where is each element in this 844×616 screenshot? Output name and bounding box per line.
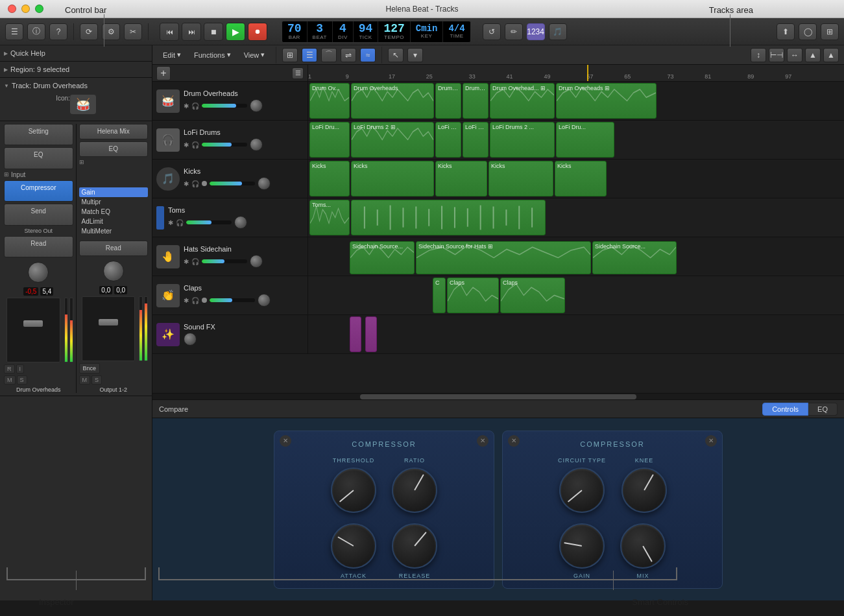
loops-button[interactable]: ⊞: [821, 23, 839, 40]
track-volume-hats[interactable]: [202, 259, 247, 263]
ratio-knob[interactable]: [392, 468, 437, 513]
play-button[interactable]: ▶: [226, 23, 245, 41]
release-knob[interactable]: [392, 523, 437, 569]
list-item[interactable]: Sidechain Source...: [592, 241, 677, 274]
list-item[interactable]: Kicks: [309, 161, 350, 196]
list-item[interactable]: Kicks: [488, 161, 553, 196]
pan-knob-left[interactable]: [28, 262, 49, 283]
mix-knob[interactable]: [620, 523, 666, 569]
help-button[interactable]: ?: [49, 23, 67, 40]
track-mute-lofi[interactable]: ✱: [184, 141, 189, 148]
zoom-waveform[interactable]: ▲: [805, 48, 821, 62]
list-item[interactable]: Sidechain Source...: [350, 241, 415, 274]
share-button[interactable]: ⬆: [777, 23, 795, 40]
helena-mix-button[interactable]: Helena Mix: [79, 124, 149, 139]
eq-button-left[interactable]: EQ: [4, 147, 73, 169]
track-headphone-toms[interactable]: 🎧: [176, 219, 184, 226]
tab-controls[interactable]: Controls: [762, 403, 808, 416]
track-mute-icon[interactable]: ✱: [184, 102, 189, 110]
track-knob-hats[interactable]: [250, 255, 263, 268]
list-item[interactable]: [350, 316, 361, 352]
track-headphone-hats[interactable]: 🎧: [191, 258, 199, 265]
track-knob-toms[interactable]: [234, 216, 247, 229]
library-button[interactable]: ⟳: [80, 23, 98, 40]
info-button[interactable]: ⓘ: [27, 23, 45, 40]
fader-handle-right[interactable]: [99, 319, 118, 326]
marker-button[interactable]: 1234: [527, 23, 545, 40]
window-controls[interactable]: [8, 5, 43, 13]
fast-forward-button[interactable]: ⏭: [182, 23, 201, 41]
track-volume-claps[interactable]: [210, 298, 255, 302]
circuit-knob[interactable]: [559, 468, 605, 513]
plugin-multipr[interactable]: Multipr: [79, 197, 149, 207]
list-button[interactable]: ☰: [302, 48, 317, 62]
solo-button-left[interactable]: S: [17, 375, 27, 385]
send-button[interactable]: Send: [4, 204, 73, 225]
zoom-height[interactable]: ↕: [751, 48, 766, 62]
track-volume-drum-overheads[interactable]: [202, 104, 247, 108]
list-item[interactable]: Drum Ov...: [309, 83, 350, 119]
plugin-gain[interactable]: Gain: [79, 187, 149, 197]
list-item[interactable]: Drum O...: [435, 83, 461, 119]
minimize-button[interactable]: [21, 5, 30, 13]
attack-knob[interactable]: [331, 523, 376, 569]
zoom-waveform2[interactable]: ▲: [823, 48, 839, 62]
settings-button[interactable]: ⚙: [102, 23, 120, 40]
list-item[interactable]: LoFi Dru...: [463, 122, 488, 158]
track-volume-lofi[interactable]: [202, 143, 247, 147]
maximize-button[interactable]: [35, 5, 43, 13]
undo-button[interactable]: ↺: [483, 23, 501, 40]
track-knob-kicks[interactable]: [258, 177, 271, 190]
flex-button[interactable]: ≈: [360, 48, 376, 62]
track-headphone-icon[interactable]: 🎧: [191, 102, 199, 110]
smart-controls-button[interactable]: ☰: [5, 23, 23, 40]
rewind-button[interactable]: ⏮: [160, 23, 179, 41]
compare-label[interactable]: Compare: [159, 405, 188, 413]
fader-handle-left[interactable]: [23, 320, 43, 327]
track-knob-lofi[interactable]: [250, 138, 263, 151]
comp-close-2[interactable]: ✕: [508, 435, 520, 447]
knee-knob[interactable]: [621, 468, 667, 513]
zoom-width[interactable]: ↔: [787, 48, 802, 62]
horizontal-scrollbar[interactable]: [152, 393, 844, 399]
comp-close-1[interactable]: ✕: [280, 435, 291, 447]
list-item[interactable]: Drum Overhead... ⊞: [490, 83, 555, 119]
cursor-dropdown[interactable]: ▾: [407, 48, 423, 62]
mute-button-left[interactable]: M: [4, 375, 16, 385]
list-item[interactable]: Claps: [500, 278, 565, 313]
add-track-button[interactable]: +: [156, 66, 171, 80]
metronome-button[interactable]: 🎵: [549, 23, 567, 40]
functions-menu[interactable]: Functions ▾: [189, 48, 236, 62]
list-item[interactable]: Claps: [447, 278, 499, 313]
region-header[interactable]: ▶ Region: 9 selected: [4, 64, 148, 75]
track-volume-toms[interactable]: [186, 220, 232, 224]
bounce-button[interactable]: Bnce: [79, 363, 101, 373]
close-button[interactable]: [8, 5, 16, 13]
mute-button-right[interactable]: M: [79, 375, 91, 385]
list-options-button[interactable]: ☰: [292, 67, 304, 79]
read-button-right[interactable]: Read: [79, 241, 149, 256]
track-knob-claps[interactable]: [258, 294, 271, 307]
list-item[interactable]: Toms...: [309, 200, 350, 235]
stop-button[interactable]: ⏹: [204, 23, 223, 41]
cursor-tool[interactable]: ↖: [388, 48, 404, 62]
track-mute-toms[interactable]: ✱: [168, 219, 173, 226]
read-button-left[interactable]: Read: [4, 236, 73, 257]
redo-button[interactable]: ✏: [505, 23, 523, 40]
list-item[interactable]: Kicks: [351, 161, 434, 196]
list-item[interactable]: Drum Overheads: [351, 83, 434, 119]
tab-eq[interactable]: EQ: [808, 403, 838, 416]
solo-button-right[interactable]: S: [91, 375, 102, 385]
list-item[interactable]: Sidechain Source for Hats ⊞: [416, 241, 591, 274]
list-item[interactable]: [365, 316, 377, 352]
threshold-knob[interactable]: [331, 468, 376, 513]
edit-menu[interactable]: Edit ▾: [158, 48, 186, 62]
list-item[interactable]: C: [433, 278, 446, 313]
compressor-button[interactable]: Compressor: [4, 180, 73, 202]
list-item[interactable]: LoFi Dru...: [309, 122, 350, 158]
track-headphone-claps[interactable]: 🎧: [191, 297, 199, 304]
record-button[interactable]: ⏺: [248, 23, 267, 41]
grid-button[interactable]: ⊞: [282, 48, 298, 62]
right-button[interactable]: R: [4, 364, 15, 373]
scrollbar-thumb[interactable]: [360, 394, 636, 399]
